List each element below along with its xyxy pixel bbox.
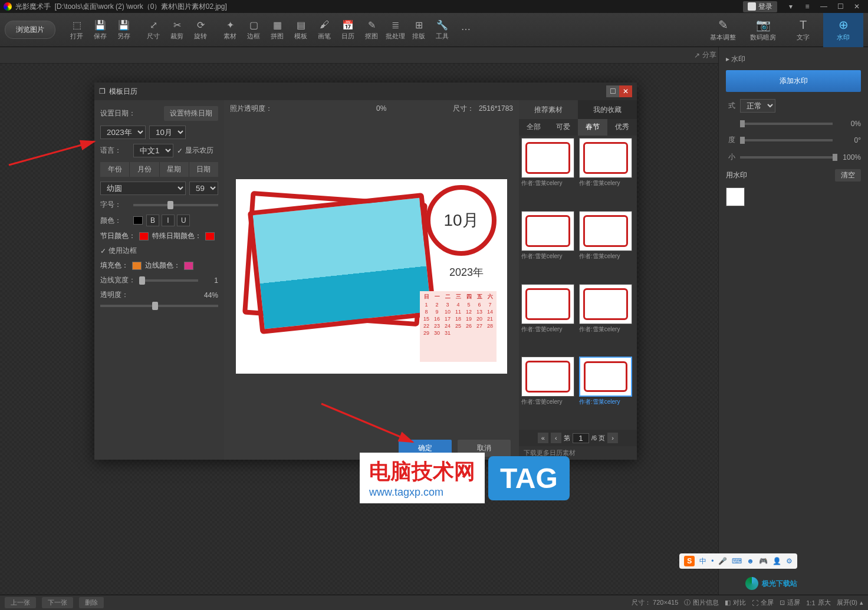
show-lunar-checkbox[interactable]: ✓显示农历: [177, 146, 213, 156]
dialog-opacity-slider[interactable]: [100, 305, 218, 307]
clear-button[interactable]: 清空: [835, 169, 861, 182]
original-size-button[interactable]: 1:1原大: [806, 598, 830, 607]
period-年份[interactable]: 年份: [100, 162, 129, 177]
category-全部[interactable]: 全部: [519, 119, 548, 136]
material-tab-0[interactable]: 推荐素材: [519, 100, 578, 119]
tool-素材[interactable]: ✦素材: [218, 18, 242, 42]
font-size-slider[interactable]: [133, 204, 218, 206]
tool-保存[interactable]: 💾保存: [88, 18, 112, 42]
opacity-slider[interactable]: [740, 123, 833, 125]
category-春节[interactable]: 春节: [578, 119, 607, 136]
calendar-preview-canvas[interactable]: 10月 2023年 日一二三四五六12345678910111213141516…: [236, 179, 507, 374]
material-thumbnail[interactable]: [521, 357, 574, 397]
color-swatch[interactable]: [133, 216, 143, 225]
material-thumbnail[interactable]: [579, 357, 632, 397]
material-item[interactable]: 作者:雪莱celery: [579, 211, 634, 282]
material-item[interactable]: 作者:雪莄celery: [521, 284, 577, 355]
style-u-button[interactable]: U: [177, 215, 190, 226]
fill-color-label: 填充色：: [100, 261, 129, 271]
tool-批处理[interactable]: ≣批处理: [383, 18, 407, 42]
compare-button[interactable]: ◧对比: [725, 598, 746, 607]
border-color-swatch[interactable]: [184, 262, 193, 270]
settings-icon[interactable]: ≡: [800, 1, 815, 12]
period-月份[interactable]: 月份: [129, 162, 159, 177]
right-tab-文字[interactable]: T文字: [783, 13, 823, 47]
login-button[interactable]: 登录: [743, 1, 777, 12]
dialog-maximize-button[interactable]: ☐: [606, 85, 619, 97]
fit-screen-button[interactable]: ⊡适屏: [780, 598, 800, 607]
language-select[interactable]: 中文1: [133, 144, 173, 157]
pager-prev-button[interactable]: ‹: [551, 433, 561, 443]
material-item[interactable]: 作者:雪莱celery: [521, 138, 577, 209]
prev-image-button[interactable]: 上一张: [5, 597, 36, 608]
tool-抠图[interactable]: ✎抠图: [360, 18, 383, 42]
pager-first-button[interactable]: «: [538, 433, 548, 443]
add-watermark-button[interactable]: 添加水印: [726, 70, 861, 92]
minimize-button[interactable]: —: [816, 1, 831, 12]
material-thumbnail[interactable]: [579, 138, 632, 178]
use-border-checkbox[interactable]: ✓使用边框: [100, 246, 218, 256]
fullscreen-button[interactable]: ⛶全屏: [752, 598, 774, 607]
more-tools[interactable]: ⋯: [454, 22, 478, 38]
special-color-swatch[interactable]: [205, 232, 215, 240]
pager-page-input[interactable]: [573, 433, 589, 443]
font-size-select[interactable]: 59: [189, 182, 218, 195]
style-b-button[interactable]: B: [146, 215, 159, 226]
material-thumbnail[interactable]: [579, 284, 632, 324]
month-select[interactable]: 10月: [149, 126, 186, 139]
special-date-button[interactable]: 设置特殊日期: [164, 106, 218, 121]
year-select[interactable]: 2023年: [100, 126, 146, 139]
style-i-button[interactable]: I: [162, 215, 175, 226]
material-item[interactable]: 作者:雪莄celery: [521, 211, 577, 282]
share-button[interactable]: ↗分享: [694, 50, 716, 60]
right-tab-基本调整[interactable]: ✎基本调整: [703, 13, 743, 47]
scale-slider[interactable]: [740, 156, 833, 159]
font-family-select[interactable]: 幼圆: [100, 182, 186, 195]
material-item[interactable]: 作者:雪莄celery: [521, 357, 577, 427]
tool-日历[interactable]: 📅日历: [336, 18, 360, 42]
browse-images-button[interactable]: 浏览图片: [5, 21, 55, 39]
blend-mode-select[interactable]: 正常: [740, 99, 775, 113]
tool-画笔[interactable]: 🖌画笔: [313, 18, 336, 42]
next-image-button[interactable]: 下一张: [42, 597, 73, 608]
tool-模板[interactable]: ▤模板: [289, 18, 313, 42]
dialog-close-button[interactable]: ✕: [619, 85, 632, 97]
dropdown-icon[interactable]: ▾: [783, 1, 798, 12]
tool-排版[interactable]: ⊞排版: [407, 18, 430, 42]
period-日期[interactable]: 日期: [189, 162, 218, 177]
main-toolbar: 浏览图片 ⬚打开💾保存💾另存⤢尺寸✂裁剪⟳旋转✦素材▢边框▦拼图▤模板🖌画笔📅日…: [0, 13, 868, 47]
pager-next-button[interactable]: ›: [607, 433, 618, 443]
expand-button[interactable]: 展开(0)▴: [837, 598, 863, 607]
tool-工具[interactable]: 🔧工具: [430, 18, 454, 42]
right-tab-数码暗房[interactable]: 📷数码暗房: [743, 13, 783, 47]
watermark-swatch[interactable]: [726, 187, 745, 206]
material-tab-1[interactable]: 我的收藏: [578, 100, 637, 119]
dialog-titlebar[interactable]: ❐模板日历 ☐ ✕: [94, 83, 637, 100]
image-info-button[interactable]: ⓘ图片信息: [684, 598, 719, 607]
angle-slider[interactable]: [740, 139, 833, 141]
material-item[interactable]: 作者:雪莱celery: [579, 138, 634, 209]
material-thumbnail[interactable]: [521, 284, 574, 324]
category-可爱[interactable]: 可爱: [548, 119, 578, 136]
delete-button[interactable]: 删除: [79, 597, 104, 608]
material-item[interactable]: 作者:雪莱celery: [579, 284, 634, 355]
category-优秀[interactable]: 优秀: [607, 119, 637, 136]
material-thumbnail[interactable]: [521, 211, 574, 251]
tool-旋转[interactable]: ⟳旋转: [189, 18, 212, 42]
material-thumbnail[interactable]: [579, 211, 632, 251]
tool-另存[interactable]: 💾另存: [112, 18, 136, 42]
material-item[interactable]: 作者:雪莱celery: [579, 357, 634, 427]
tool-打开[interactable]: ⬚打开: [65, 18, 88, 42]
tool-拼图[interactable]: ▦拼图: [265, 18, 289, 42]
material-thumbnail[interactable]: [521, 138, 574, 178]
right-tab-水印[interactable]: ⊕水印: [823, 13, 863, 47]
tool-尺寸[interactable]: ⤢尺寸: [142, 18, 165, 42]
close-button[interactable]: ✕: [849, 1, 864, 12]
period-星期[interactable]: 星期: [159, 162, 189, 177]
tool-边框[interactable]: ▢边框: [242, 18, 265, 42]
holiday-color-swatch[interactable]: [139, 232, 149, 240]
maximize-button[interactable]: ☐: [833, 1, 848, 12]
fill-color-swatch[interactable]: [132, 262, 142, 270]
tool-裁剪[interactable]: ✂裁剪: [165, 18, 189, 42]
border-width-slider[interactable]: [139, 279, 198, 282]
